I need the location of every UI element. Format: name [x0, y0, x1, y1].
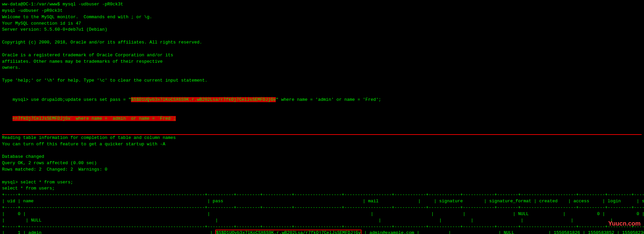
line-4: Your MySQL connection id is 47 [2, 21, 642, 27]
line-13: Type 'help;' or '\h' for help. Type '\c'… [2, 78, 642, 84]
terminal: ww-data@DC-1:/var/www$ mysql -udbuser -p… [0, 0, 644, 234]
admin-pass: $S$D1UQvb3x7lKoCSX6S9K.r.wB202Lsa/r7fkOj… [215, 230, 361, 234]
table-row-1: | 1 | admin | $S$D1UQvb3x7lKoCSX6S9K.r.w… [2, 230, 642, 234]
line-23 [2, 173, 642, 179]
table-row-0: | 0 | | | | | | NULL [2, 211, 642, 217]
line-3: Welcome to the MySQL monitor. Commands e… [2, 14, 642, 21]
line-highlight: <r7fkOj7CelJsSEMFDJjGv` where name = `ad… [2, 109, 642, 135]
line-12 [2, 71, 642, 78]
table-row-0b: | | NULL | | | | | [2, 217, 642, 224]
mysql-command-line: mysql> use drupaldb;update users set pas… [2, 90, 642, 110]
line-24: mysql> select * from users; [2, 179, 642, 186]
table-header: | uid | name | pass | mail | | signature… [2, 198, 642, 205]
line-14 [2, 84, 642, 90]
line-2: mysql -udbuser -pR0ck3t [2, 8, 642, 14]
line-18: You can turn off this feature to get a q… [2, 141, 642, 148]
line-25: select * from users; [2, 185, 642, 192]
highlighted-password-cmd: $S$D1UQvb3x7lKoCSX6S9K.r.wB202Lsa/r7fkOj… [131, 97, 276, 102]
line-22: Rows matched: 2 Changed: 2 Warnings: 0 [2, 167, 642, 173]
line-10: affiliates. Other names may be trademark… [2, 59, 642, 65]
watermark: Yuucn.com [608, 220, 641, 227]
cmd-rest: " where name = 'admin' or name = 'Fred'; [276, 97, 381, 102]
line-21: Query OK, 2 rows affected (0.00 sec) [2, 160, 642, 167]
line-19 [2, 147, 642, 154]
table-separator-3: +-----+---------------------------------… [2, 224, 642, 230]
line-17: Reading table information for completion… [2, 135, 642, 141]
line-6 [2, 33, 642, 39]
line-8 [2, 46, 642, 52]
line-1: ww-data@DC-1:/var/www$ mysql -udbuser -p… [2, 1, 642, 8]
table-separator-top: +-----+---------------------------------… [2, 192, 642, 198]
line-9: Oracle is a registered trademark of Orac… [2, 52, 642, 59]
highlight-text: <r7fkOj7CelJsSEMFDJjGv` where name = `ad… [12, 116, 176, 121]
table-separator-2: +-----+---------------------------------… [2, 205, 642, 211]
red-line [2, 134, 642, 135]
line-11: owners. [2, 65, 642, 71]
line-7: Copyright (c) 2000, 2018, Oracle and/or … [2, 39, 642, 46]
line-5: Server version: 5.5.60-0+deb7u1 (Debian) [2, 27, 642, 33]
mysql-prompt: mysql> use drupaldb;update users set pas… [12, 97, 131, 102]
line-20: Database changed [2, 154, 642, 160]
